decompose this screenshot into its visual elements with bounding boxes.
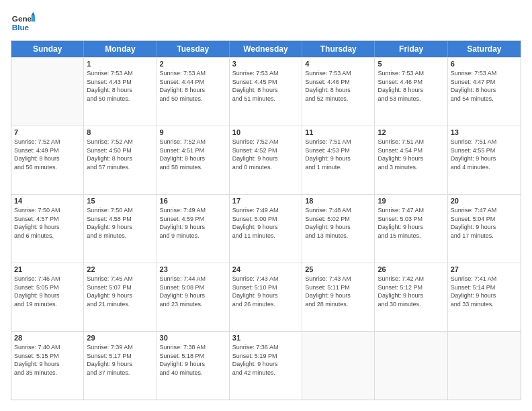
day-cell-26: 26Sunrise: 7:42 AMSunset: 5:12 PMDayligh… (375, 263, 447, 331)
day-cell-6: 6Sunrise: 7:53 AMSunset: 4:47 PMDaylight… (448, 58, 521, 126)
day-info: Sunrise: 7:47 AMSunset: 5:04 PMDaylight:… (451, 206, 518, 240)
day-info: Sunrise: 7:50 AMSunset: 4:58 PMDaylight:… (87, 206, 153, 240)
header: General Blue (11, 11, 521, 35)
day-cell-23: 23Sunrise: 7:44 AMSunset: 5:08 PMDayligh… (157, 263, 230, 331)
day-cell-28: 28Sunrise: 7:40 AMSunset: 5:15 PMDayligh… (11, 332, 84, 400)
day-cell-11: 11Sunrise: 7:51 AMSunset: 4:53 PMDayligh… (302, 126, 375, 194)
day-number: 27 (451, 265, 518, 273)
day-info: Sunrise: 7:42 AMSunset: 5:12 PMDaylight:… (378, 275, 444, 308)
day-info: Sunrise: 7:53 AMSunset: 4:45 PMDaylight:… (232, 69, 299, 103)
day-number: 4 (305, 60, 371, 68)
day-number: 13 (451, 128, 518, 136)
day-number: 15 (87, 197, 153, 205)
day-number: 5 (378, 60, 444, 68)
day-number: 10 (232, 128, 299, 136)
day-cell-3: 3Sunrise: 7:53 AMSunset: 4:45 PMDaylight… (230, 58, 302, 126)
day-number: 19 (378, 197, 444, 205)
day-number: 26 (378, 265, 444, 273)
day-number: 30 (160, 334, 226, 342)
day-cell-17: 17Sunrise: 7:49 AMSunset: 5:00 PMDayligh… (230, 195, 302, 263)
day-info: Sunrise: 7:45 AMSunset: 5:07 PMDaylight:… (87, 275, 153, 308)
day-number: 9 (160, 128, 226, 136)
svg-marker-3 (32, 15, 35, 21)
day-cell-8: 8Sunrise: 7:52 AMSunset: 4:50 PMDaylight… (84, 126, 157, 194)
day-info: Sunrise: 7:44 AMSunset: 5:08 PMDaylight:… (160, 275, 226, 308)
day-number: 12 (378, 128, 444, 136)
day-cell-20: 20Sunrise: 7:47 AMSunset: 5:04 PMDayligh… (448, 195, 521, 263)
logo: General Blue (11, 11, 35, 35)
calendar-header: SundayMondayTuesdayWednesdayThursdayFrid… (11, 41, 521, 57)
day-number: 25 (305, 265, 371, 273)
day-info: Sunrise: 7:50 AMSunset: 4:57 PMDaylight:… (14, 206, 81, 240)
day-cell-12: 12Sunrise: 7:51 AMSunset: 4:54 PMDayligh… (375, 126, 447, 194)
day-info: Sunrise: 7:53 AMSunset: 4:46 PMDaylight:… (305, 69, 371, 103)
day-info: Sunrise: 7:43 AMSunset: 5:10 PMDaylight:… (232, 275, 299, 308)
day-number: 7 (14, 128, 81, 136)
day-cell-25: 25Sunrise: 7:43 AMSunset: 5:11 PMDayligh… (302, 263, 375, 331)
day-number: 16 (160, 197, 226, 205)
day-cell-29: 29Sunrise: 7:39 AMSunset: 5:17 PMDayligh… (84, 332, 157, 400)
day-info: Sunrise: 7:39 AMSunset: 5:17 PMDaylight:… (87, 343, 153, 377)
day-number: 3 (232, 60, 299, 68)
day-number: 18 (305, 197, 371, 205)
day-cell-27: 27Sunrise: 7:41 AMSunset: 5:14 PMDayligh… (448, 263, 521, 331)
day-number: 29 (87, 334, 153, 342)
svg-text:Blue: Blue (12, 23, 30, 32)
header-day-monday: Monday (84, 41, 157, 57)
day-cell-7: 7Sunrise: 7:52 AMSunset: 4:49 PMDaylight… (11, 126, 84, 194)
day-number: 2 (160, 60, 226, 68)
day-info: Sunrise: 7:53 AMSunset: 4:46 PMDaylight:… (378, 69, 444, 103)
week-row-3: 21Sunrise: 7:46 AMSunset: 5:05 PMDayligh… (11, 263, 521, 331)
day-info: Sunrise: 7:47 AMSunset: 5:03 PMDaylight:… (378, 206, 444, 240)
day-cell-30: 30Sunrise: 7:38 AMSunset: 5:18 PMDayligh… (157, 332, 230, 400)
day-number: 21 (14, 265, 81, 273)
header-day-sunday: Sunday (11, 41, 84, 57)
day-number: 17 (232, 197, 299, 205)
day-number: 31 (232, 334, 299, 342)
day-cell-31: 31Sunrise: 7:36 AMSunset: 5:19 PMDayligh… (230, 332, 302, 400)
day-info: Sunrise: 7:36 AMSunset: 5:19 PMDaylight:… (232, 343, 299, 377)
week-row-4: 28Sunrise: 7:40 AMSunset: 5:15 PMDayligh… (11, 331, 521, 400)
logo-icon: General Blue (11, 11, 35, 35)
day-info: Sunrise: 7:49 AMSunset: 5:00 PMDaylight:… (232, 206, 299, 240)
week-row-2: 14Sunrise: 7:50 AMSunset: 4:57 PMDayligh… (11, 194, 521, 263)
calendar: SundayMondayTuesdayWednesdayThursdayFrid… (11, 40, 521, 400)
day-cell-24: 24Sunrise: 7:43 AMSunset: 5:10 PMDayligh… (230, 263, 302, 331)
day-cell-13: 13Sunrise: 7:51 AMSunset: 4:55 PMDayligh… (448, 126, 521, 194)
week-row-1: 7Sunrise: 7:52 AMSunset: 4:49 PMDaylight… (11, 126, 521, 194)
day-number: 8 (87, 128, 153, 136)
day-cell-2: 2Sunrise: 7:53 AMSunset: 4:44 PMDaylight… (157, 58, 230, 126)
day-cell-15: 15Sunrise: 7:50 AMSunset: 4:58 PMDayligh… (84, 195, 157, 263)
empty-cell (375, 332, 447, 400)
day-cell-21: 21Sunrise: 7:46 AMSunset: 5:05 PMDayligh… (11, 263, 84, 331)
day-info: Sunrise: 7:46 AMSunset: 5:05 PMDaylight:… (14, 275, 81, 308)
day-cell-14: 14Sunrise: 7:50 AMSunset: 4:57 PMDayligh… (11, 195, 84, 263)
day-number: 1 (87, 60, 153, 68)
header-day-wednesday: Wednesday (230, 41, 302, 57)
day-info: Sunrise: 7:51 AMSunset: 4:55 PMDaylight:… (451, 138, 518, 171)
week-row-0: 1Sunrise: 7:53 AMSunset: 4:43 PMDaylight… (11, 57, 521, 126)
day-cell-19: 19Sunrise: 7:47 AMSunset: 5:03 PMDayligh… (375, 195, 447, 263)
day-info: Sunrise: 7:40 AMSunset: 5:15 PMDaylight:… (14, 343, 81, 377)
day-number: 23 (160, 265, 226, 273)
day-cell-22: 22Sunrise: 7:45 AMSunset: 5:07 PMDayligh… (84, 263, 157, 331)
day-number: 28 (14, 334, 81, 342)
day-number: 11 (305, 128, 371, 136)
day-cell-18: 18Sunrise: 7:48 AMSunset: 5:02 PMDayligh… (302, 195, 375, 263)
day-info: Sunrise: 7:52 AMSunset: 4:49 PMDaylight:… (14, 138, 81, 171)
header-day-friday: Friday (375, 41, 447, 57)
day-number: 6 (451, 60, 518, 68)
day-info: Sunrise: 7:41 AMSunset: 5:14 PMDaylight:… (451, 275, 518, 308)
day-cell-10: 10Sunrise: 7:52 AMSunset: 4:52 PMDayligh… (230, 126, 302, 194)
day-cell-5: 5Sunrise: 7:53 AMSunset: 4:46 PMDaylight… (375, 58, 447, 126)
day-info: Sunrise: 7:48 AMSunset: 5:02 PMDaylight:… (305, 206, 371, 240)
day-number: 22 (87, 265, 153, 273)
day-cell-4: 4Sunrise: 7:53 AMSunset: 4:46 PMDaylight… (302, 58, 375, 126)
day-info: Sunrise: 7:53 AMSunset: 4:44 PMDaylight:… (160, 69, 226, 103)
day-cell-9: 9Sunrise: 7:52 AMSunset: 4:51 PMDaylight… (157, 126, 230, 194)
day-info: Sunrise: 7:53 AMSunset: 4:47 PMDaylight:… (451, 69, 518, 103)
empty-cell (448, 332, 521, 400)
day-info: Sunrise: 7:52 AMSunset: 4:51 PMDaylight:… (160, 138, 226, 171)
day-info: Sunrise: 7:51 AMSunset: 4:53 PMDaylight:… (305, 138, 371, 171)
calendar-body: 1Sunrise: 7:53 AMSunset: 4:43 PMDaylight… (11, 57, 521, 400)
